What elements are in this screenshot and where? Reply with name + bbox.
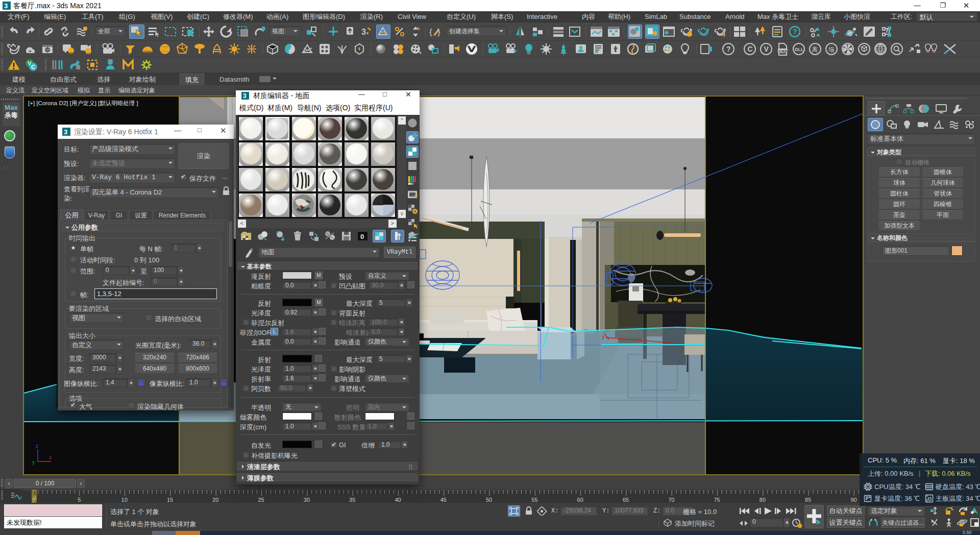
svg-text:0: 0 xyxy=(360,233,364,240)
svg-text:5: 5 xyxy=(78,497,81,503)
svg-text:DLL: DLL xyxy=(795,47,804,52)
svg-text:30: 30 xyxy=(304,497,310,503)
svg-text:70: 70 xyxy=(668,497,674,503)
svg-text:45: 45 xyxy=(440,497,447,503)
svg-text:40: 40 xyxy=(395,497,401,503)
svg-text:y: y xyxy=(602,333,605,339)
svg-text:z: z xyxy=(36,443,38,449)
svg-text:25: 25 xyxy=(258,497,264,503)
svg-text:80: 80 xyxy=(760,497,766,503)
svg-text:15: 15 xyxy=(167,497,173,503)
svg-text:3: 3 xyxy=(4,2,8,10)
svg-text:65: 65 xyxy=(623,497,629,503)
svg-text:10: 10 xyxy=(121,497,128,503)
svg-text:塌: 塌 xyxy=(828,46,835,53)
svg-text:{: { xyxy=(429,27,432,37)
svg-text:C: C xyxy=(31,64,35,70)
svg-text:3: 3 xyxy=(361,28,366,36)
svg-text:[+] [Corona D2] [用户定义] [默认明暗处理: [+] [Corona D2] [用户定义] [默认明暗处理 ] xyxy=(28,100,138,106)
svg-text:60: 60 xyxy=(577,497,583,503)
svg-text:3: 3 xyxy=(243,92,247,100)
svg-text:0: 0 xyxy=(33,495,36,501)
svg-text:75: 75 xyxy=(714,497,720,503)
svg-text:}: } xyxy=(437,27,440,37)
svg-text:CAD: CAD xyxy=(779,49,788,54)
svg-text:35: 35 xyxy=(349,497,355,503)
svg-text:55: 55 xyxy=(531,497,537,503)
svg-text:20: 20 xyxy=(212,497,218,503)
svg-text:85: 85 xyxy=(805,497,811,503)
svg-text:?: ? xyxy=(726,45,731,53)
svg-text:y: y xyxy=(32,459,35,465)
svg-text:C: C xyxy=(748,45,753,53)
svg-text:90: 90 xyxy=(850,497,856,503)
svg-text:V: V xyxy=(764,45,769,53)
svg-text:50: 50 xyxy=(486,497,492,503)
svg-text:x: x xyxy=(49,455,52,460)
svg-text:离: 离 xyxy=(812,46,818,53)
svg-text:?: ? xyxy=(793,28,797,36)
svg-text:3: 3 xyxy=(64,128,67,136)
